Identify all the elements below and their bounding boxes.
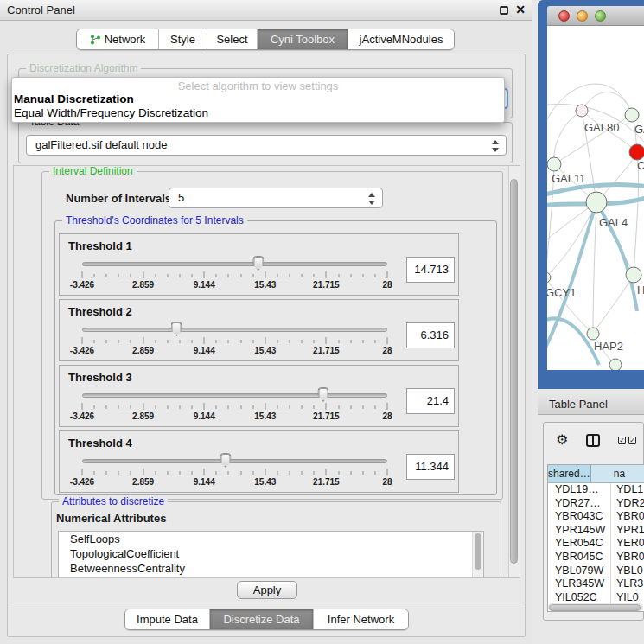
table-cell-shared-name[interactable]: YER054C — [548, 537, 611, 551]
checkbox-checked-icon[interactable]: ✓ — [618, 437, 626, 444]
table-cell-shared-name[interactable]: YBR045C — [548, 551, 611, 564]
threshold-4-value-field[interactable]: 11.344 — [406, 454, 455, 480]
network-node[interactable] — [587, 328, 599, 340]
slider-handle[interactable] — [317, 387, 328, 402]
table-cell-shared-name[interactable]: YBL079W — [548, 564, 611, 578]
threshold-3-value-field[interactable]: 21.4 — [406, 388, 455, 414]
table-cell-name[interactable]: YDR2 — [611, 497, 644, 511]
tab-label: Cyni Toolbox — [271, 33, 335, 46]
table-cell-name[interactable]: YIL0 — [611, 591, 644, 605]
close-traffic-light-icon[interactable] — [558, 10, 570, 22]
network-node[interactable] — [547, 157, 561, 171]
table-cell-name[interactable]: YBR0 — [611, 510, 644, 524]
tab-style[interactable]: Style — [158, 29, 207, 49]
table-cell-shared-name[interactable]: YLR345W — [548, 577, 611, 591]
close-icon[interactable]: ✕ — [515, 3, 526, 16]
tab-infer-network[interactable]: Infer Network — [313, 609, 408, 629]
table-row[interactable]: YBR045CYBR0 — [548, 551, 644, 564]
thresholds-group: Threshold's Coordinates for 5 Intervals … — [54, 220, 497, 495]
num-intervals-combobox[interactable]: 5 — [169, 188, 383, 208]
table-cell-shared-name[interactable]: YIL052C — [548, 591, 611, 605]
network-window-titlebar[interactable] — [547, 6, 644, 26]
network-node[interactable] — [547, 272, 551, 283]
table-cell-shared-name[interactable]: YPR145W — [548, 524, 611, 538]
apply-button[interactable]: Apply — [237, 581, 297, 599]
column-header-name[interactable]: na — [591, 465, 644, 482]
threshold-1-panel: Threshold 1 -3.426 2.859 9.144 15.43 21.… — [59, 233, 459, 296]
table-cell-name[interactable]: YLR3 — [611, 577, 644, 591]
threshold-3-panel: Threshold 3 -3.426 2.859 9.144 15.43 21.… — [59, 365, 459, 427]
threshold-1-slider[interactable]: -3.426 2.859 9.144 15.43 21.715 28 — [82, 258, 387, 293]
table-cell-shared-name[interactable]: YBR043C — [548, 510, 611, 524]
network-node[interactable] — [609, 359, 622, 370]
table-cell-shared-name[interactable]: YDL19… — [548, 483, 611, 497]
zoom-traffic-light-icon[interactable] — [595, 10, 606, 22]
network-node[interactable] — [626, 267, 641, 283]
network-canvas[interactable]: GAL80GACGAL11GAL4GCY1HHAP2 — [547, 26, 644, 370]
gear-icon[interactable]: ⚙ — [556, 431, 568, 448]
slider-track[interactable] — [82, 328, 387, 332]
slider-handle[interactable] — [252, 256, 264, 271]
table-row[interactable]: YIL052CYIL0 — [548, 591, 644, 605]
numerical-attributes-list[interactable]: SelfLoops TopologicalCoefficient Between… — [58, 531, 484, 578]
network-node[interactable] — [576, 105, 588, 117]
table-cell-shared-name[interactable]: YDR27… — [548, 497, 611, 511]
table-cell-name[interactable]: YER0 — [611, 537, 644, 551]
slider-ticks — [82, 337, 387, 345]
network-node[interactable] — [629, 144, 644, 160]
column-header-shared-name[interactable]: shared… — [548, 465, 591, 482]
tab-cyni-toolbox[interactable]: Cyni Toolbox — [257, 29, 348, 49]
table-panel-titlebar[interactable]: Table Panel — [538, 392, 644, 415]
table-horizontal-scrollbar[interactable] — [548, 603, 643, 611]
tab-select[interactable]: Select — [207, 29, 257, 49]
float-window-icon[interactable] — [500, 6, 508, 15]
table-cell-name[interactable]: YBR0 — [611, 551, 644, 564]
slider-handle[interactable] — [171, 322, 182, 336]
network-graph[interactable]: GAL80GACGAL11GAL4GCY1HHAP2 — [547, 26, 644, 370]
table-row[interactable]: YDL19…YDL1 — [548, 483, 644, 497]
checkbox-checked-icon[interactable]: ✓ — [628, 437, 636, 444]
threshold-2-value-field[interactable]: 6.316 — [406, 322, 455, 348]
table-row[interactable]: YLR345WYLR3 — [548, 577, 644, 591]
network-node[interactable] — [625, 108, 639, 122]
tab-label: Discretize Data — [223, 613, 299, 626]
network-node-label: GAL4 — [599, 216, 628, 229]
table-cell-name[interactable]: YBL0 — [611, 564, 644, 578]
list-scrollbar[interactable] — [472, 532, 483, 578]
tab-label: jActiveMNodules — [360, 33, 443, 46]
list-item[interactable]: TopologicalCoefficient — [59, 546, 483, 561]
table-data-combobox[interactable]: galFiltered.sif default node — [26, 135, 507, 156]
settings-vertical-scrollbar[interactable] — [508, 166, 520, 577]
table-header-row: shared… na — [548, 465, 644, 483]
slider-track[interactable] — [82, 393, 387, 398]
threshold-2-slider[interactable]: -3.426 2.859 9.144 15.43 21.715 28 — [82, 324, 387, 359]
minimize-traffic-light-icon[interactable] — [577, 10, 588, 22]
tab-label: Select — [216, 33, 247, 46]
threshold-3-slider[interactable]: -3.426 2.859 9.144 15.43 21.715 28 — [82, 390, 387, 424]
table-row[interactable]: YER054CYER0 — [548, 537, 644, 551]
tab-network[interactable]: Network — [77, 29, 158, 49]
network-node[interactable] — [586, 192, 607, 213]
columns-icon[interactable] — [586, 434, 600, 447]
tab-impute-data[interactable]: Impute Data — [125, 609, 209, 629]
algorithm-group-title: Discretization Algorithm — [26, 62, 141, 74]
slider-track[interactable] — [82, 262, 387, 266]
tab-jactivemnodules[interactable]: jActiveMNodules — [348, 29, 454, 49]
tab-discretize-data[interactable]: Discretize Data — [209, 609, 313, 629]
table-row[interactable]: YDR27…YDR2 — [548, 497, 644, 511]
slider-handle[interactable] — [220, 453, 231, 468]
threshold-1-value-field[interactable]: 14.713 — [406, 257, 455, 283]
attributes-group: Attributes to discretize Numerical Attri… — [51, 501, 501, 578]
table-cell-name[interactable]: YPR1 — [611, 524, 644, 538]
threshold-4-slider[interactable]: -3.426 2.859 9.144 15.43 21.715 28 — [82, 456, 387, 490]
table-row[interactable]: YBR043CYBR0 — [548, 510, 644, 524]
table-row[interactable]: YBL079WYBL0 — [548, 564, 644, 578]
table-cell-name[interactable]: YDL1 — [611, 483, 644, 497]
algorithm-dropdown-popup: Select algorithm to view settings Manual… — [11, 77, 505, 123]
list-item[interactable]: SelfLoops — [59, 532, 483, 546]
table-row[interactable]: YPR145WYPR1 — [548, 524, 644, 538]
list-item[interactable]: BetweennessCentrality — [59, 561, 483, 576]
dropdown-option-manual[interactable]: Manual Discretization — [12, 92, 504, 106]
slider-track[interactable] — [82, 459, 387, 463]
dropdown-option-equal-width[interactable]: Equal Width/Frequency Discretization — [12, 106, 504, 120]
